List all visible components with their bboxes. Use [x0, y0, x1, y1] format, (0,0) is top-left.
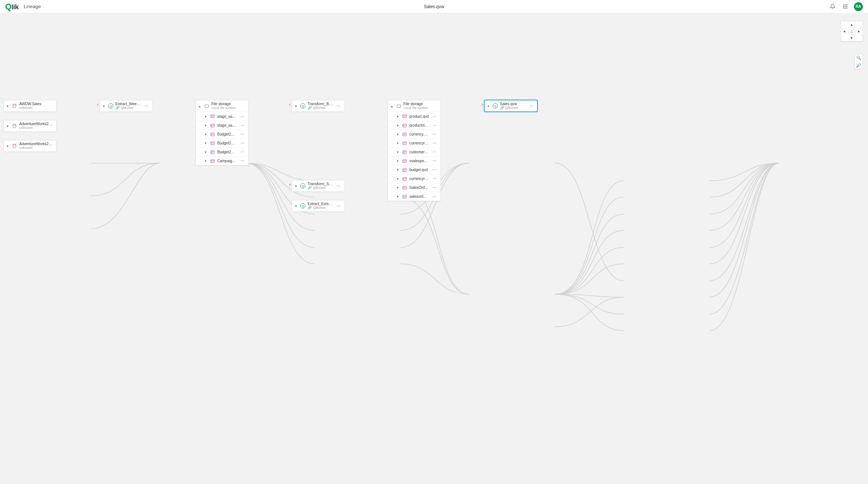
- dataset-icon: [402, 141, 407, 146]
- more-button[interactable]: ···: [239, 114, 246, 119]
- grid-icon[interactable]: [841, 3, 849, 10]
- expand-toggle[interactable]: ▾: [203, 132, 208, 137]
- svg-rect-5: [846, 6, 847, 7]
- storage-child-row[interactable]: ▾currencyrate.qvd···: [388, 138, 440, 147]
- collapse-toggle[interactable]: ▴: [197, 104, 202, 108]
- target-node[interactable]: ▾ Q Sales.qvw 🔗QlikView ···: [484, 100, 537, 112]
- pan-home-button[interactable]: ⌂: [848, 28, 855, 34]
- svg-rect-8: [846, 8, 847, 9]
- more-button[interactable]: ···: [431, 159, 438, 163]
- more-button[interactable]: ···: [335, 104, 342, 108]
- more-button[interactable]: ···: [431, 141, 438, 145]
- more-button[interactable]: ···: [239, 132, 246, 136]
- expand-toggle[interactable]: ▾: [5, 104, 10, 108]
- more-button[interactable]: ···: [239, 150, 246, 154]
- expand-toggle[interactable]: ▾: [203, 150, 208, 154]
- app-node[interactable]: ▾ Q Transform_Budget.qvw 🔗QlikView ···: [292, 100, 345, 112]
- more-button[interactable]: ···: [431, 168, 438, 172]
- app-node[interactable]: ▾ Q Transform_Sales.qvw 🔗QlikView ···: [292, 180, 345, 192]
- more-button[interactable]: ···: [239, 159, 246, 163]
- expand-toggle[interactable]: ▾: [203, 141, 208, 146]
- storage-child-row[interactable]: ▾customer.qvd···: [388, 147, 440, 156]
- expand-toggle[interactable]: ▾: [486, 104, 490, 108]
- storage-child-row[interactable]: ▾salesorderdetail.qvd···: [388, 192, 440, 201]
- storage-child-row[interactable]: ▾budget.qvd···: [388, 165, 440, 174]
- pan-up-button[interactable]: ▴: [848, 21, 855, 28]
- more-button[interactable]: ···: [239, 141, 246, 145]
- collapse-toggle[interactable]: ▴: [389, 104, 394, 108]
- link-icon: 🔗: [500, 106, 504, 110]
- page-title: Lineage: [24, 4, 41, 9]
- expand-toggle[interactable]: ▾: [395, 177, 400, 181]
- pan-left-button[interactable]: ◂: [841, 28, 848, 34]
- more-button[interactable]: ···: [335, 204, 342, 208]
- child-label: customer.qvd: [409, 150, 429, 154]
- expand-toggle[interactable]: ▾: [395, 150, 400, 154]
- source-node[interactable]: ▾ AdventureWorks2017.Sales unknown: [3, 120, 57, 132]
- storage-child-row[interactable]: ▾stage_salesorderdetail…···: [196, 112, 248, 121]
- expand-toggle[interactable]: ▾: [395, 186, 400, 190]
- expand-toggle[interactable]: ▾: [395, 141, 400, 146]
- more-button[interactable]: ···: [335, 184, 342, 188]
- expand-toggle[interactable]: ▾: [5, 124, 10, 128]
- more-button[interactable]: ···: [431, 123, 438, 127]
- app-node[interactable]: ▾ Q Extract_External.qvw 🔗QlikView ···: [292, 200, 345, 212]
- expand-toggle[interactable]: ▾: [395, 194, 400, 199]
- storage-node[interactable]: ▴ File storage Local file system ▾stage_…: [195, 100, 249, 166]
- expand-toggle[interactable]: ▾: [395, 132, 400, 137]
- node-subtitle: unknown: [19, 146, 54, 150]
- app-node[interactable]: ▾ Q Extract_Weekly.qvw 🔗QlikView ···: [100, 100, 153, 112]
- pan-down-button[interactable]: ▾: [848, 34, 855, 41]
- svg-rect-48: [403, 168, 406, 171]
- storage-node[interactable]: ▴ File storage Local file system ▾produc…: [388, 100, 441, 201]
- zoom-out-button[interactable]: 🔎: [855, 62, 862, 69]
- zoom-in-button[interactable]: 🔍: [855, 54, 862, 62]
- more-button[interactable]: ···: [431, 194, 438, 198]
- svg-rect-3: [843, 6, 844, 7]
- expand-toggle[interactable]: ▾: [395, 159, 400, 163]
- incoming-arrow-icon: [97, 103, 99, 106]
- expand-toggle[interactable]: ▾: [203, 114, 208, 119]
- expand-toggle[interactable]: ▾: [294, 204, 298, 208]
- storage-child-row[interactable]: ▾stage_salesorderhead…···: [196, 121, 248, 130]
- more-button[interactable]: ···: [528, 104, 535, 108]
- storage-child-row[interactable]: ▾currency.qvd···: [388, 130, 440, 138]
- expand-toggle[interactable]: ▾: [395, 123, 400, 128]
- storage-child-row[interactable]: ▾Budget2013.xlsx···: [196, 138, 248, 147]
- more-button[interactable]: ···: [431, 177, 438, 181]
- source-node[interactable]: ▾ AWDW.Sales unknown: [3, 100, 57, 112]
- expand-toggle[interactable]: ▾: [203, 123, 208, 128]
- more-button[interactable]: ···: [143, 104, 150, 108]
- expand-toggle[interactable]: ▾: [203, 159, 208, 163]
- more-button[interactable]: ···: [431, 132, 438, 136]
- storage-child-row[interactable]: ▾productmodel.qvd···: [388, 121, 440, 130]
- expand-toggle[interactable]: ▾: [395, 114, 400, 119]
- expand-toggle[interactable]: ▾: [294, 104, 298, 108]
- storage-child-row[interactable]: ▾Campaign.xlsx···: [196, 156, 248, 165]
- storage-child-row[interactable]: ▾Budget2012.xlsx···: [196, 130, 248, 138]
- expand-toggle[interactable]: ▾: [5, 144, 10, 148]
- node-title: Extract_Weekly.qvw: [115, 102, 141, 106]
- svg-rect-12: [211, 115, 214, 118]
- storage-child-row[interactable]: ▾product.qvd···: [388, 112, 440, 121]
- link-icon: 🔗: [308, 106, 312, 110]
- zoom-in-icon: 🔍: [856, 56, 861, 60]
- more-button[interactable]: ···: [239, 123, 246, 127]
- storage-child-row[interactable]: ▾Budget2014.xlsx···: [196, 147, 248, 156]
- expand-toggle[interactable]: ▾: [395, 168, 400, 172]
- storage-child-row[interactable]: ▾currencyrate.qvd···: [388, 174, 440, 183]
- lineage-canvas[interactable]: ▴ ◂ ⌂ ▸ ▾ 🔍 🔎: [0, 13, 868, 484]
- storage-child-row[interactable]: ▾vsalesperson.qvd···: [388, 156, 440, 165]
- more-button[interactable]: ···: [431, 150, 438, 154]
- incoming-arrow-icon: [482, 103, 484, 106]
- storage-child-row[interactable]: ▾SalesOrderDetail_202…···: [388, 183, 440, 192]
- more-button[interactable]: ···: [431, 186, 438, 190]
- source-node[interactable]: ▾ AdventureWorks2017.Produ… unknown: [3, 140, 57, 152]
- chevron-right-icon: ▸: [858, 29, 860, 34]
- bell-icon[interactable]: [829, 3, 836, 10]
- avatar[interactable]: RA: [854, 2, 863, 11]
- pan-right-button[interactable]: ▸: [855, 28, 863, 34]
- more-button[interactable]: ···: [431, 114, 438, 119]
- expand-toggle[interactable]: ▾: [294, 184, 298, 188]
- expand-toggle[interactable]: ▾: [101, 104, 106, 108]
